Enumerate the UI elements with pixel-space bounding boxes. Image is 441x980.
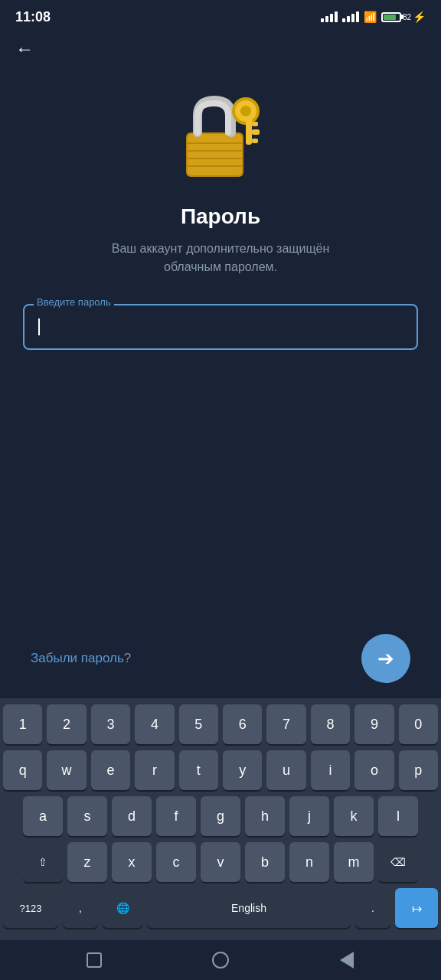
home-button[interactable]: [207, 946, 234, 974]
key-b[interactable]: b: [245, 842, 285, 882]
key-o[interactable]: o: [354, 750, 394, 790]
password-input-wrapper: Введите пароль: [23, 304, 418, 350]
bottom-action-area: Забыли пароль? ➔: [23, 634, 418, 683]
key-1[interactable]: 1: [3, 704, 42, 744]
symbols-key[interactable]: ?123: [3, 888, 58, 928]
key-a[interactable]: a: [23, 796, 63, 836]
forgot-password-link[interactable]: Забыли пароль?: [31, 651, 131, 666]
main-content: Пароль Ваш аккаунт дополнительно защищён…: [0, 64, 441, 698]
backspace-key[interactable]: ⌫: [378, 842, 418, 882]
password-input[interactable]: [23, 304, 418, 350]
keyboard-number-row: 1 2 3 4 5 6 7 8 9 0: [3, 704, 438, 744]
svg-rect-1: [188, 134, 242, 175]
enter-key[interactable]: ↦: [395, 888, 438, 928]
keyboard: 1 2 3 4 5 6 7 8 9 0 q w e r t y u i o p …: [0, 698, 441, 940]
key-5[interactable]: 5: [179, 704, 218, 744]
status-time: 11:08: [15, 9, 51, 25]
next-arrow-icon: ➔: [377, 647, 394, 671]
key-3[interactable]: 3: [91, 704, 130, 744]
key-q[interactable]: q: [3, 750, 42, 790]
signal-icon: [321, 11, 338, 22]
key-7[interactable]: 7: [266, 704, 305, 744]
input-label: Введите пароль: [34, 296, 114, 308]
key-9[interactable]: 9: [354, 704, 394, 744]
keyboard-bottom-row: ?123 , 🌐 English . ↦: [3, 888, 438, 928]
back-button-area[interactable]: ←: [0, 31, 441, 64]
circle-icon: [212, 952, 229, 969]
lock-key-icon: [171, 87, 270, 186]
shift-key[interactable]: ⇧: [23, 842, 63, 882]
key-n[interactable]: n: [289, 842, 329, 882]
key-r[interactable]: r: [135, 750, 174, 790]
key-t[interactable]: t: [179, 750, 218, 790]
key-f[interactable]: f: [156, 796, 196, 836]
comma-key[interactable]: ,: [63, 888, 98, 928]
back-nav-button[interactable]: [333, 946, 361, 974]
bolt-icon: ⚡: [413, 11, 426, 23]
battery-icon: [381, 12, 401, 22]
keyboard-asdf-row: a s d f g h j k l: [3, 796, 438, 836]
key-4[interactable]: 4: [135, 704, 174, 744]
key-e[interactable]: e: [91, 750, 130, 790]
back-arrow-icon[interactable]: ←: [15, 38, 34, 59]
triangle-icon: [340, 952, 354, 969]
svg-rect-12: [252, 139, 258, 143]
key-p[interactable]: p: [399, 750, 438, 790]
key-c[interactable]: c: [156, 842, 196, 882]
battery-text: 82: [403, 13, 411, 21]
page-title: Пароль: [181, 204, 260, 229]
svg-rect-10: [252, 129, 260, 135]
key-d[interactable]: d: [112, 796, 152, 836]
key-l[interactable]: l: [378, 796, 418, 836]
signal-icon-2: [342, 11, 359, 22]
key-g[interactable]: g: [201, 796, 240, 836]
keyboard-zxcv-row: ⇧ z x c v b n m ⌫: [3, 842, 438, 882]
svg-rect-9: [246, 117, 252, 145]
square-icon: [87, 952, 102, 968]
key-6[interactable]: 6: [223, 704, 262, 744]
svg-rect-11: [252, 122, 258, 126]
key-x[interactable]: x: [112, 842, 152, 882]
battery-indicator: 82 ⚡: [381, 11, 426, 23]
key-j[interactable]: j: [289, 796, 329, 836]
key-z[interactable]: z: [67, 842, 107, 882]
globe-key[interactable]: 🌐: [103, 888, 142, 928]
key-y[interactable]: y: [223, 750, 262, 790]
svg-point-8: [240, 106, 251, 116]
next-button[interactable]: ➔: [361, 634, 410, 683]
key-8[interactable]: 8: [311, 704, 350, 744]
navigation-bar: [0, 940, 441, 980]
status-icons: 📶 82 ⚡: [321, 11, 426, 23]
key-i[interactable]: i: [311, 750, 350, 790]
keyboard-qwerty-row: q w e r t y u i o p: [3, 750, 438, 790]
page-subtitle: Ваш аккаунт дополнительно защищён облачн…: [98, 240, 343, 276]
wifi-icon: 📶: [364, 11, 377, 23]
key-w[interactable]: w: [47, 750, 86, 790]
text-cursor: [38, 318, 40, 335]
key-v[interactable]: v: [201, 842, 240, 882]
period-key[interactable]: .: [355, 888, 390, 928]
key-u[interactable]: u: [266, 750, 305, 790]
key-m[interactable]: m: [334, 842, 374, 882]
lock-icon-area: [171, 87, 270, 186]
key-s[interactable]: s: [67, 796, 107, 836]
space-key[interactable]: English: [147, 888, 351, 928]
key-0[interactable]: 0: [399, 704, 438, 744]
recent-apps-button[interactable]: [80, 946, 108, 974]
key-h[interactable]: h: [245, 796, 285, 836]
key-k[interactable]: k: [334, 796, 374, 836]
status-bar: 11:08 📶 82 ⚡: [0, 0, 441, 31]
key-2[interactable]: 2: [47, 704, 86, 744]
